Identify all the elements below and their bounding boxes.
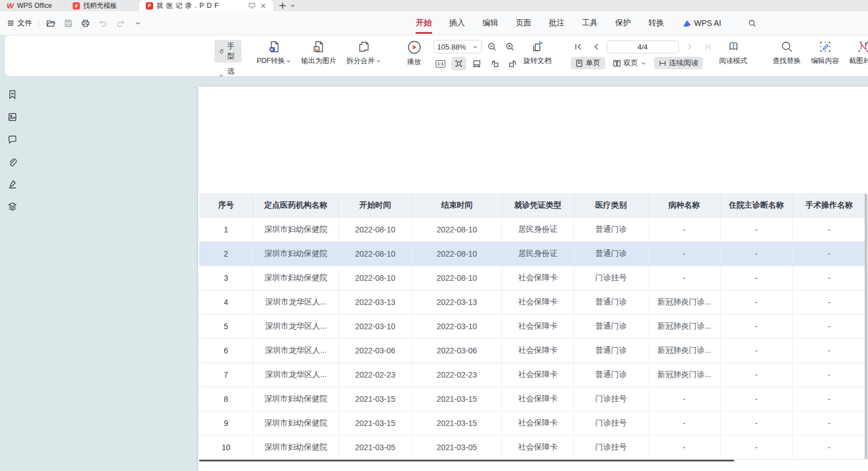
rotate-left-button[interactable] bbox=[487, 57, 502, 70]
prev-page-icon bbox=[592, 43, 600, 51]
hand-tool-label: 手型 bbox=[227, 41, 237, 61]
edit-content-button[interactable]: 编辑内容 bbox=[806, 40, 844, 66]
table-cell: - bbox=[721, 436, 793, 459]
screenshot-compare-icon bbox=[857, 40, 868, 53]
play-button[interactable]: 播放 bbox=[402, 40, 427, 67]
hand-tool-button[interactable]: 手型 bbox=[214, 40, 241, 62]
table-cell: - bbox=[793, 266, 866, 290]
table-cell: - bbox=[648, 387, 721, 411]
table-header-cell: 开始时间 bbox=[339, 193, 412, 218]
document-workspace[interactable]: 序号定点医药机构名称开始时间结束时间就诊凭证类型医疗类别病种名称住院主诊断名称手… bbox=[0, 77, 868, 471]
ribbon-tab-tools[interactable]: 工具 bbox=[582, 16, 598, 30]
layers-icon[interactable] bbox=[7, 201, 19, 213]
find-replace-button[interactable]: 查找替换 bbox=[768, 40, 806, 66]
export-image-button[interactable]: 输出为图片 bbox=[296, 40, 342, 66]
rotate-document-button[interactable]: 旋转文档 bbox=[520, 40, 555, 66]
continuous-reading-icon bbox=[659, 59, 666, 68]
medical-records-table: 序号定点医药机构名称开始时间结束时间就诊凭证类型医疗类别病种名称住院主诊断名称手… bbox=[199, 193, 866, 460]
double-page-button[interactable]: 双页 bbox=[609, 57, 651, 69]
table-cell: 深圳市妇幼保健院 bbox=[253, 387, 339, 411]
continuous-reading-button[interactable]: 连续阅读 bbox=[654, 57, 703, 69]
undo-button[interactable] bbox=[97, 17, 109, 29]
table-header-row: 序号定点医药机构名称开始时间结束时间就诊凭证类型医疗类别病种名称住院主诊断名称手… bbox=[199, 193, 866, 218]
table-cell: - bbox=[648, 242, 721, 266]
table-body: 1深圳市妇幼保健院2022-08-102022-08-10居民身份证普通门诊--… bbox=[199, 218, 866, 460]
screenshot-compare-button[interactable]: 截图对比 bbox=[844, 40, 868, 66]
zoom-out-icon bbox=[487, 42, 497, 52]
zoom-level-value: 105.88% bbox=[437, 43, 466, 51]
zoom-level-select[interactable]: 105.88% bbox=[433, 40, 482, 53]
save-icon bbox=[64, 19, 73, 28]
file-menu-button[interactable]: 文件 bbox=[7, 18, 32, 28]
prev-page-button[interactable] bbox=[589, 40, 603, 53]
actual-size-button[interactable]: 1:1 bbox=[433, 57, 448, 70]
zoom-out-button[interactable] bbox=[485, 40, 500, 53]
table-cell: 2021-03-15 bbox=[339, 387, 412, 411]
ribbon-tab-convert[interactable]: 转换 bbox=[648, 16, 664, 30]
tab-label: 找稻壳模板 bbox=[83, 1, 117, 11]
table-header-cell: 手术操作名称 bbox=[793, 193, 866, 218]
table-cell: - bbox=[721, 242, 793, 266]
open-file-button[interactable] bbox=[45, 17, 56, 29]
table-cell: 2022-02-23 bbox=[339, 363, 412, 387]
tab-label: WPS Office bbox=[17, 2, 52, 10]
table-cell: - bbox=[648, 218, 721, 241]
table-header-cell: 住院主诊断名称 bbox=[721, 193, 793, 218]
comment-icon[interactable] bbox=[7, 134, 19, 146]
single-page-button[interactable]: 单页 bbox=[571, 57, 605, 69]
signature-icon[interactable] bbox=[7, 179, 19, 190]
tab-list-chevron-icon[interactable] bbox=[290, 3, 296, 8]
table-cell: 2021-03-05 bbox=[412, 436, 502, 459]
tab-docer-templates[interactable]: 找稻壳模板 bbox=[66, 0, 139, 11]
table-cell: - bbox=[793, 387, 866, 411]
attachment-icon[interactable] bbox=[7, 157, 19, 168]
thumbnail-icon[interactable] bbox=[7, 112, 19, 123]
ribbon-tab-protect[interactable]: 保护 bbox=[615, 16, 631, 30]
table-cell: 6 bbox=[199, 339, 253, 362]
wps-pdf-window: { "tabbar": { "tabs": [ { "label": "WPS … bbox=[0, 0, 868, 471]
quick-access-chevron-icon[interactable] bbox=[132, 17, 144, 29]
ribbon-tab-comment[interactable]: 批注 bbox=[549, 16, 565, 30]
ribbon-tab-home[interactable]: 开始 bbox=[416, 16, 432, 30]
fit-page-button[interactable] bbox=[451, 57, 466, 70]
ribbon-search-button[interactable] bbox=[746, 17, 758, 29]
table-cell: 2022-03-06 bbox=[339, 339, 412, 362]
table-cell: 深圳市妇幼保健院 bbox=[253, 242, 339, 266]
zoom-in-button[interactable] bbox=[503, 40, 518, 53]
table-cell: - bbox=[648, 266, 721, 290]
table-header-cell: 病种名称 bbox=[648, 193, 721, 218]
save-button[interactable] bbox=[62, 17, 74, 29]
rotate-right-button[interactable] bbox=[505, 57, 520, 70]
chevron-down-icon bbox=[641, 61, 646, 66]
ribbon-tabs: 开始 插入 编辑 页面 批注 工具 保护 转换 WPS AI bbox=[416, 11, 758, 35]
vertical-scrollbar[interactable] bbox=[865, 194, 867, 459]
table-cell: 普通门诊 bbox=[574, 315, 648, 338]
page-indicator-input[interactable]: 4/4 bbox=[607, 41, 679, 53]
ribbon-tab-edit[interactable]: 编辑 bbox=[482, 16, 498, 30]
pdf-convert-button[interactable]: PDF转换 bbox=[252, 40, 296, 66]
bookmark-icon[interactable] bbox=[7, 89, 19, 101]
fit-width-button[interactable] bbox=[469, 57, 484, 70]
split-merge-button[interactable]: 拆分合并 bbox=[342, 40, 386, 66]
window-tab-bar: W WPS Office 找稻壳模板 P 就医记录.PDF bbox=[0, 0, 868, 11]
ribbon-tab-page[interactable]: 页面 bbox=[516, 16, 531, 30]
wps-ai-button[interactable]: WPS AI bbox=[683, 19, 721, 28]
table-cell: - bbox=[793, 218, 866, 241]
tab-wps-office[interactable]: W WPS Office bbox=[0, 0, 66, 11]
table-cell: 深圳市妇幼保健院 bbox=[253, 411, 339, 435]
new-tab-button[interactable] bbox=[279, 2, 287, 10]
tab-monitor-icon[interactable] bbox=[248, 2, 256, 9]
redo-button[interactable] bbox=[115, 17, 126, 29]
tab-document-active[interactable]: P 就医记录.PDF bbox=[139, 0, 273, 11]
read-mode-button[interactable]: 阅读模式 bbox=[715, 40, 752, 66]
pdf-page[interactable]: 序号定点医药机构名称开始时间结束时间就诊凭证类型医疗类别病种名称住院主诊断名称手… bbox=[198, 87, 868, 471]
print-button[interactable] bbox=[80, 17, 91, 29]
next-page-button[interactable] bbox=[682, 40, 697, 53]
table-cell: 门诊挂号 bbox=[574, 387, 648, 411]
tab-close-icon[interactable] bbox=[260, 3, 266, 9]
table-row: 1深圳市妇幼保健院2022-08-102022-08-10居民身份证普通门诊--… bbox=[199, 218, 866, 242]
horizontal-scrollbar[interactable] bbox=[199, 460, 734, 461]
last-page-button[interactable] bbox=[700, 40, 715, 53]
ribbon-tab-insert[interactable]: 插入 bbox=[449, 16, 465, 30]
first-page-button[interactable] bbox=[571, 40, 585, 53]
